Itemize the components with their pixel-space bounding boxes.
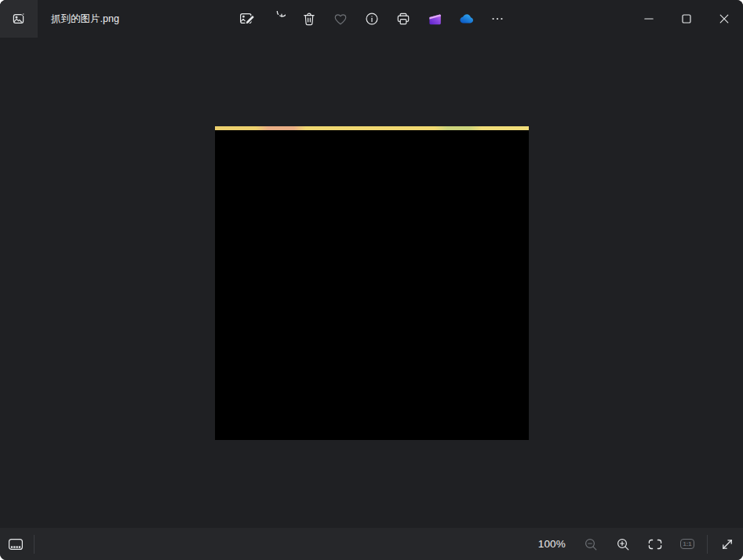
toolbar [231,0,513,38]
maximize-icon [679,11,694,27]
viewer-canvas [0,38,743,528]
zoom-in-button[interactable] [610,533,636,555]
filmstrip-icon [7,536,24,553]
printer-icon [395,11,411,27]
clipchamp-icon [427,11,443,27]
info-button[interactable] [356,0,388,38]
statusbar-left [0,533,35,555]
maximize-button[interactable] [668,0,705,38]
info-circle-icon [364,11,380,27]
delete-button[interactable] [293,0,325,38]
clipchamp-button[interactable] [419,0,450,38]
print-button[interactable] [388,0,419,38]
statusbar-right: 100% [538,533,743,555]
statusbar: 100% [0,528,743,560]
photos-app-icon [11,11,27,27]
onedrive-cloud-icon [457,10,475,27]
app-icon-button[interactable] [0,0,38,38]
photos-app-window: 抓到的图片.png [0,0,743,560]
zoom-level-label: 100% [538,538,566,550]
onedrive-button[interactable] [450,0,482,38]
actual-size-icon: 1:1 [680,539,695,550]
filename-title: 抓到的图片.png [51,13,119,26]
heart-icon [333,11,348,27]
close-button[interactable] [705,0,743,38]
zoom-out-icon [583,536,599,552]
rotate-icon [270,11,286,27]
statusbar-divider-right [707,535,708,554]
minimize-button[interactable] [630,0,668,38]
ellipsis-icon [490,11,505,27]
window-controls [630,0,743,38]
filmstrip-toggle-button[interactable] [5,533,27,555]
titlebar: 抓到的图片.png [0,0,743,38]
rotate-button[interactable] [262,0,293,38]
minimize-icon [641,11,657,27]
actual-size-button[interactable]: 1:1 [675,533,700,555]
close-icon [716,11,732,27]
fit-to-window-button[interactable] [643,533,668,555]
more-options-button[interactable] [482,0,513,38]
edit-image-button[interactable] [231,0,262,38]
fit-to-window-icon [646,536,664,552]
edit-image-icon [239,11,254,27]
fullscreen-icon [719,536,735,552]
statusbar-divider-left [34,535,35,554]
photo-image[interactable] [215,126,529,440]
favorite-button[interactable] [325,0,356,38]
fullscreen-button[interactable] [715,533,740,555]
trash-icon [301,11,317,27]
zoom-in-icon [615,536,631,552]
photo-black-area [215,130,529,440]
zoom-out-button[interactable] [578,533,603,555]
